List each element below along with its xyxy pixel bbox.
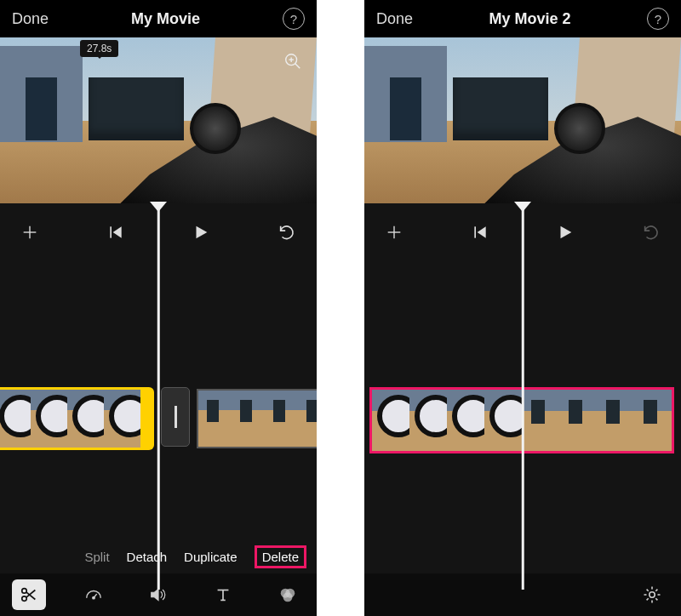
project-title: My Movie (131, 10, 200, 28)
timestamp-badge: 27.8s (80, 40, 118, 57)
svg-rect-24 (474, 226, 476, 237)
video-preview: 27.8s (0, 37, 317, 203)
header: Done My Movie ? (0, 0, 317, 37)
skip-back-icon[interactable] (466, 218, 495, 247)
playback-controls (364, 203, 681, 261)
clip-action-bar: Split Detach Duplicate Delete (0, 539, 317, 573)
svg-point-14 (93, 596, 94, 598)
bottom-toolbar (0, 573, 317, 616)
svg-marker-8 (197, 226, 208, 239)
clip-selected[interactable] (0, 387, 140, 450)
duplicate-action[interactable]: Duplicate (184, 550, 237, 564)
undo-icon[interactable] (272, 218, 301, 247)
imovie-panel-right: Done My Movie 2 ? (364, 0, 681, 616)
timeline[interactable]: Split Detach Duplicate Delete (0, 261, 317, 573)
project-title: My Movie 2 (489, 10, 571, 28)
add-icon[interactable] (15, 218, 44, 247)
done-button[interactable]: Done (376, 10, 413, 28)
timeline-track (0, 387, 317, 450)
clip-1[interactable] (372, 390, 522, 451)
svg-line-1 (295, 64, 300, 69)
svg-marker-25 (477, 226, 485, 237)
help-button[interactable]: ? (283, 8, 305, 30)
zoom-icon[interactable] (281, 49, 305, 73)
split-action[interactable]: Split (84, 550, 109, 564)
play-icon[interactable] (551, 218, 580, 247)
clip-second[interactable] (197, 389, 317, 448)
video-preview (364, 37, 681, 203)
svg-point-27 (650, 592, 655, 597)
bottom-toolbar (364, 573, 681, 616)
playhead-caret (150, 202, 167, 212)
svg-marker-15 (152, 590, 158, 601)
clip-trim-handle[interactable] (140, 387, 154, 450)
speedometer-icon[interactable] (77, 579, 111, 610)
delete-action[interactable]: Delete (255, 545, 306, 568)
undo-icon (637, 218, 666, 247)
skip-back-icon[interactable] (101, 218, 130, 247)
gear-icon[interactable] (635, 579, 669, 610)
detach-action[interactable]: Detach (127, 550, 168, 564)
play-icon[interactable] (186, 218, 215, 247)
playback-controls (0, 203, 317, 261)
imovie-panel-left: Done My Movie ? 27.8s (0, 0, 317, 616)
volume-icon[interactable] (141, 579, 175, 610)
add-icon[interactable] (380, 218, 409, 247)
text-icon[interactable] (206, 579, 240, 610)
clip-2[interactable] (522, 390, 672, 451)
scissors-icon[interactable] (12, 579, 46, 610)
svg-point-21 (283, 592, 293, 602)
svg-marker-7 (112, 226, 121, 237)
filters-icon[interactable] (271, 579, 305, 610)
svg-rect-6 (110, 226, 112, 237)
header: Done My Movie 2 ? (364, 0, 681, 37)
timeline-track (369, 387, 676, 450)
svg-marker-26 (561, 226, 572, 239)
transition-icon[interactable] (161, 387, 190, 447)
done-button[interactable]: Done (12, 10, 49, 28)
timeline[interactable] (364, 261, 681, 573)
help-button[interactable]: ? (647, 8, 669, 30)
combined-clips-highlight (369, 387, 674, 453)
playhead-caret (514, 202, 531, 212)
